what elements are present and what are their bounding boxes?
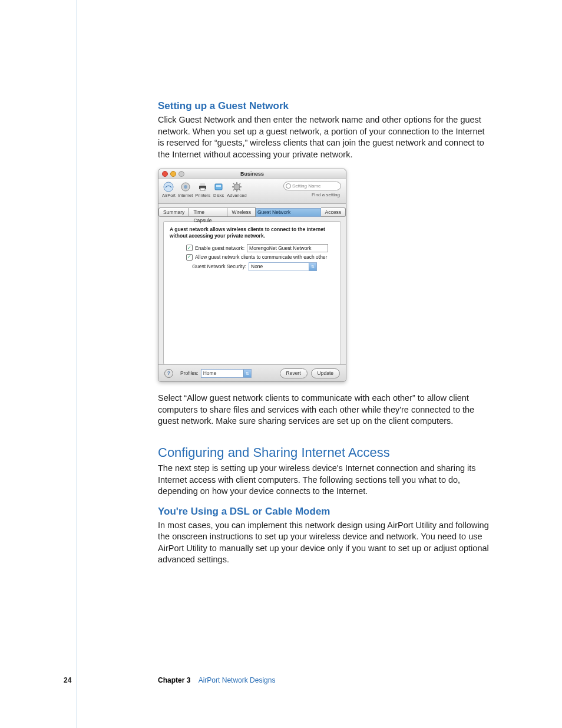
chevron-updown-icon: ⇅ (309, 263, 316, 271)
guest-network-pane: A guest network allows wireless clients … (163, 221, 341, 365)
para-next-step: The next step is setting up your wireles… (158, 463, 491, 498)
profiles-label: Profiles: (180, 370, 199, 376)
svg-rect-7 (216, 185, 221, 187)
chapter-title: AirPort Network Designs (199, 676, 276, 684)
svg-line-14 (239, 189, 240, 190)
svg-point-0 (164, 182, 173, 192)
airport-utility-window: Business AirPort Internet Printers Disks… (158, 169, 346, 382)
tab-summary[interactable]: Summary (158, 207, 189, 217)
para-guest-intro: Click Guest Network and then enter the n… (158, 114, 491, 160)
tab-guest-network[interactable]: Guest Network (256, 208, 321, 217)
svg-point-8 (234, 184, 240, 190)
help-icon[interactable]: ? (164, 369, 173, 378)
heading-configuring-sharing: Configuring and Sharing Internet Access (158, 445, 491, 460)
window-titlebar: Business (158, 169, 346, 179)
find-setting-label: Find a setting (312, 192, 340, 197)
profiles-select[interactable]: Home ⇅ (201, 369, 252, 378)
minimize-icon[interactable] (170, 171, 176, 177)
zoom-icon[interactable] (178, 171, 184, 177)
revert-button[interactable]: Revert (280, 368, 308, 378)
tab-time-capsule[interactable]: Time Capsule (189, 207, 227, 217)
tab-bar: Summary Time Capsule Wireless Guest Netw… (158, 207, 346, 218)
tab-wireless[interactable]: Wireless (227, 207, 256, 217)
svg-point-2 (184, 185, 187, 189)
enable-guest-label: Enable guest network: (195, 245, 244, 251)
allow-communicate-checkbox[interactable]: ✓ (186, 254, 193, 261)
chevron-updown-icon: ⇅ (243, 370, 251, 377)
search-input[interactable]: Setting Name (283, 182, 341, 190)
window-title: Business (240, 171, 264, 177)
margin-rule (77, 0, 77, 728)
heading-guest-network: Setting up a Guest Network (158, 100, 491, 112)
toolbar-printers[interactable]: Printers (195, 181, 210, 198)
svg-rect-4 (200, 183, 205, 186)
enable-guest-checkbox[interactable]: ✓ (186, 245, 193, 251)
chapter-label: Chapter 3 (158, 676, 190, 684)
svg-line-15 (233, 189, 234, 190)
security-label: Guest Network Security: (180, 263, 246, 269)
guest-network-name-input[interactable]: MorengoNet Guest Network (247, 244, 328, 252)
close-icon[interactable] (162, 171, 168, 177)
bottom-bar: ? Profiles: Home ⇅ Revert Update (158, 364, 346, 381)
update-button[interactable]: Update (311, 368, 340, 378)
toolbar-internet[interactable]: Internet (178, 181, 193, 198)
svg-rect-5 (200, 188, 205, 190)
page-number: 24 (64, 676, 71, 684)
security-select[interactable]: None ⇅ (249, 262, 317, 271)
pane-description: A guest network allows wireless clients … (170, 226, 335, 239)
heading-dsl-cable: You're Using a DSL or Cable Modem (158, 506, 491, 518)
tab-access[interactable]: Access (321, 207, 346, 217)
svg-line-13 (233, 183, 234, 185)
toolbar-disks[interactable]: Disks (213, 181, 224, 198)
allow-communicate-label: Allow guest network clients to communica… (195, 254, 327, 260)
para-allow-clients: Select “Allow guest network clients to c… (158, 393, 491, 427)
toolbar-advanced[interactable]: Advanced (227, 181, 246, 198)
toolbar: AirPort Internet Printers Disks Advanced… (158, 179, 346, 204)
toolbar-airport[interactable]: AirPort (162, 181, 176, 198)
para-dsl-cable: In most cases, you can implement this ne… (158, 520, 491, 566)
svg-line-16 (239, 183, 240, 185)
